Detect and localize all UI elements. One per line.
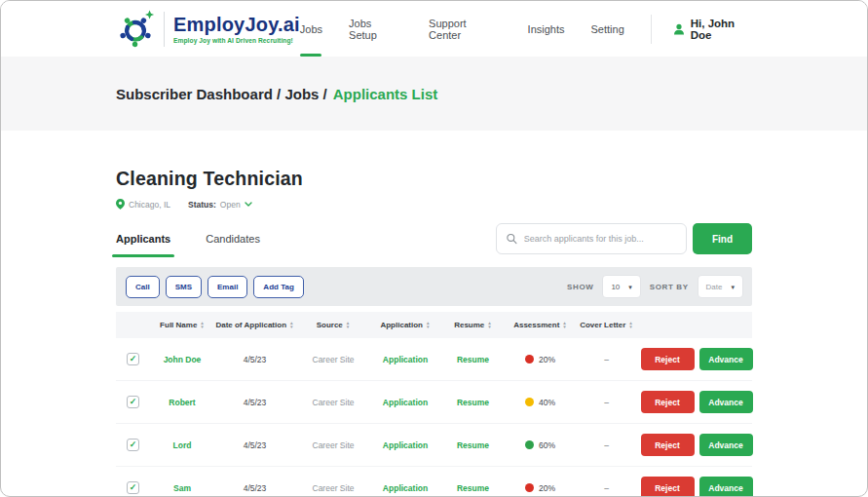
logo-people-star-icon xyxy=(116,10,155,49)
application-source: Career Site xyxy=(295,440,371,450)
job-meta: Chicago, IL Status: Open xyxy=(116,199,752,210)
cover-letter: – xyxy=(574,483,639,493)
checkmark-icon: ✓ xyxy=(130,355,137,363)
table-row: ✓ John Doe 4/5/23 Career Site Applicatio… xyxy=(116,338,752,381)
app-window: EmployJoy.ai Employ Joy with AI Driven R… xyxy=(0,0,868,497)
sort-icon: ▲▼ xyxy=(628,322,633,329)
applicant-name-link[interactable]: Sam xyxy=(173,483,191,493)
find-button[interactable]: Find xyxy=(693,223,752,254)
column-label: Cover Letter xyxy=(580,321,625,329)
applicant-name-link[interactable]: Robert xyxy=(169,398,195,407)
reject-button[interactable]: Reject xyxy=(641,391,695,413)
column-label: Full Name xyxy=(160,321,197,329)
user-greeting: Hi, John Doe xyxy=(691,18,759,41)
brand-logo[interactable]: EmployJoy.ai Employ Joy with AI Driven R… xyxy=(116,10,300,49)
show-label: SHOW xyxy=(567,283,593,291)
tabs-row: Applicants Candidates Find xyxy=(116,223,752,254)
row-checkbox[interactable]: ✓ xyxy=(127,396,139,408)
main-content: Cleaning Technician Chicago, IL Status: … xyxy=(1,168,867,497)
status-chevron-down-icon xyxy=(245,202,252,207)
column-label: Source xyxy=(317,321,343,329)
cover-letter: – xyxy=(574,398,639,407)
tab-candidates[interactable]: Candidates xyxy=(206,223,260,254)
row-checkbox[interactable]: ✓ xyxy=(127,439,139,451)
column-header-assessment[interactable]: Assessment ▲▼ xyxy=(507,321,574,329)
sort-by-label: SORT BY xyxy=(650,283,689,291)
application-link[interactable]: Application xyxy=(383,440,428,450)
table-row: ✓ Sam 4/5/23 Career Site Application Res… xyxy=(116,467,752,497)
reject-button[interactable]: Reject xyxy=(641,348,695,370)
reject-button[interactable]: Reject xyxy=(641,434,695,456)
job-location: Chicago, IL xyxy=(129,200,170,210)
tabs: Applicants Candidates xyxy=(116,223,295,254)
assessment-dot xyxy=(525,440,534,449)
application-date: 4/5/23 xyxy=(214,398,295,407)
nav-item-insights[interactable]: Insights xyxy=(528,1,565,57)
user-menu[interactable]: Hi, John Doe xyxy=(673,18,759,41)
breadcrumb-current: Applicants List xyxy=(333,86,438,102)
application-date: 4/5/23 xyxy=(214,355,295,364)
checkmark-icon: ✓ xyxy=(130,440,137,449)
sort-icon: ▲▼ xyxy=(289,322,294,329)
sort-icon: ▲▼ xyxy=(562,322,567,329)
caret-down-icon: ▾ xyxy=(731,284,735,290)
advance-button[interactable]: Advance xyxy=(699,434,753,456)
column-label: Application xyxy=(380,321,423,329)
sms-button[interactable]: SMS xyxy=(166,276,202,298)
logo-divider xyxy=(164,12,165,47)
column-header-date-of-application[interactable]: Date of Application ▲▼ xyxy=(214,321,295,329)
status-label: Status: xyxy=(188,200,216,210)
brand-tagline: Employ Joy with AI Driven Recruiting! xyxy=(173,37,300,44)
checkmark-icon: ✓ xyxy=(130,398,137,406)
show-count-dropdown[interactable]: 10 ▾ xyxy=(602,275,640,298)
sort-by-dropdown[interactable]: Date ▾ xyxy=(698,275,743,298)
column-header-cover-letter[interactable]: Cover Letter ▲▼ xyxy=(574,321,639,329)
resume-link[interactable]: Resume xyxy=(457,398,489,407)
resume-link[interactable]: Resume xyxy=(457,440,489,450)
applicant-name-link[interactable]: Lord xyxy=(173,440,192,450)
tab-applicants[interactable]: Applicants xyxy=(116,223,170,254)
application-date: 4/5/23 xyxy=(214,440,295,450)
bulk-actions: Call SMS Email Add Tag xyxy=(126,276,304,298)
status-dropdown[interactable]: Open xyxy=(216,200,252,210)
advance-button[interactable]: Advance xyxy=(699,348,753,370)
list-controls: SHOW 10 ▾ SORT BY Date ▾ xyxy=(567,275,743,298)
brand-name: EmployJoy.ai xyxy=(173,15,300,35)
user-icon xyxy=(673,23,685,35)
application-link[interactable]: Application xyxy=(383,398,428,407)
nav-item-setting[interactable]: Setting xyxy=(591,1,624,57)
search-group: Find xyxy=(496,223,752,254)
table-header: Full Name ▲▼ Date of Application ▲▼ Sour… xyxy=(116,312,752,338)
row-checkbox[interactable]: ✓ xyxy=(127,481,139,494)
table-row: ✓ Robert 4/5/23 Career Site Application … xyxy=(116,381,752,424)
reject-button[interactable]: Reject xyxy=(641,477,695,497)
column-header-resume[interactable]: Resume ▲▼ xyxy=(439,321,507,329)
resume-link[interactable]: Resume xyxy=(457,483,489,493)
advance-button[interactable]: Advance xyxy=(699,477,753,497)
nav-item-jobs-setup[interactable]: Jobs Setup xyxy=(349,1,402,57)
column-header-application[interactable]: Application ▲▼ xyxy=(371,321,439,329)
assessment-dot xyxy=(525,355,534,363)
nav-item-jobs[interactable]: Jobs xyxy=(300,1,322,57)
application-link[interactable]: Application xyxy=(383,355,428,364)
resume-link[interactable]: Resume xyxy=(457,355,489,364)
breadcrumb-bar: Subscriber Dashboard / Jobs / Applicants… xyxy=(1,57,867,131)
nav-item-support-center[interactable]: Support Center xyxy=(429,1,502,57)
breadcrumb-links[interactable]: Subscriber Dashboard / Jobs / xyxy=(116,86,327,102)
row-checkbox[interactable]: ✓ xyxy=(127,353,139,365)
assessment-percent: 20% xyxy=(539,483,555,493)
search-input[interactable] xyxy=(524,234,676,244)
add-tag-button[interactable]: Add Tag xyxy=(253,276,303,298)
email-button[interactable]: Email xyxy=(208,276,247,298)
column-header-source[interactable]: Source ▲▼ xyxy=(295,321,371,329)
column-header-full-name[interactable]: Full Name ▲▼ xyxy=(150,321,214,329)
call-button[interactable]: Call xyxy=(126,276,160,298)
application-source: Career Site xyxy=(295,483,371,493)
application-source: Career Site xyxy=(295,355,371,364)
assessment-percent: 60% xyxy=(539,440,555,450)
application-link[interactable]: Application xyxy=(383,483,428,493)
applicant-name-link[interactable]: John Doe xyxy=(164,355,202,364)
table-row: ✓ Lord 4/5/23 Career Site Application Re… xyxy=(116,424,752,467)
advance-button[interactable]: Advance xyxy=(699,391,753,413)
search-box xyxy=(496,223,687,254)
